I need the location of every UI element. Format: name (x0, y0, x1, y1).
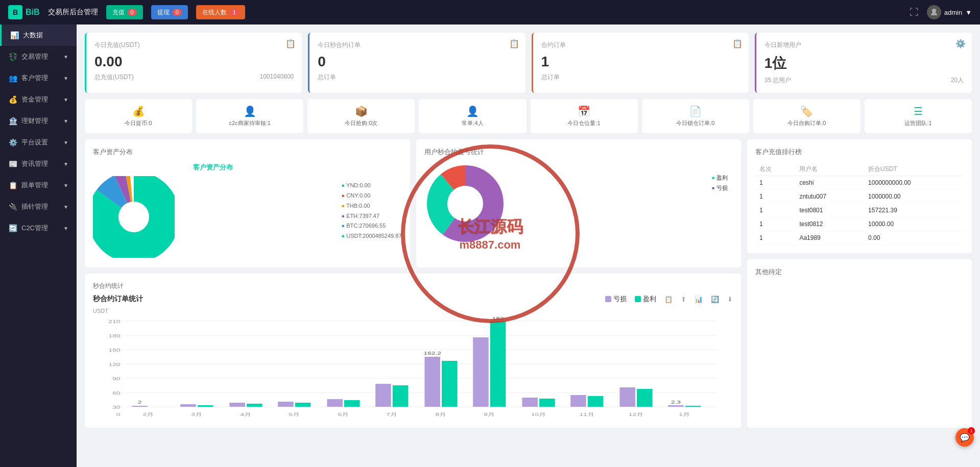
sidebar-item-platform[interactable]: ⚙️ 平台设置 ▼ (0, 132, 77, 153)
sidebar-label-asset: 资金管理 (21, 95, 48, 104)
quick-icon-daily_inventory: 📅 (535, 105, 634, 117)
avatar (927, 5, 941, 19)
trade-icon: 💱 (8, 53, 17, 61)
sidebar-arrow-asset: ▼ (63, 97, 68, 103)
asset-distribution-card: 客户资产分布 客户资产分布 (85, 139, 410, 267)
svg-text:6月: 6月 (338, 411, 349, 416)
stat-card-new_users: 今日新增用户 1位 35 总用户 20人 ⚙️ (755, 33, 972, 93)
svg-rect-44 (522, 398, 538, 407)
quick-label-coin: 今日提币:0 (89, 119, 188, 127)
username: admin (944, 9, 962, 16)
online-button[interactable]: 在线人数 1 (196, 5, 245, 19)
flash-stats-section-title: 秒合约统计 (93, 282, 733, 290)
sidebar-label-dashboard: 大数据 (23, 31, 43, 40)
fullscreen-icon[interactable]: ⛶ (910, 7, 919, 18)
svg-text:8月: 8月 (436, 411, 447, 416)
plugin-icon: 🔌 (8, 203, 17, 211)
chart-icon-bar[interactable]: 📊 (695, 296, 703, 303)
online-badge: 1 (230, 9, 239, 16)
stat-title-recharge: 今日充值(USDT) (94, 41, 294, 50)
svg-text:12月: 12月 (629, 411, 643, 416)
svg-rect-50 (668, 405, 684, 407)
table-row: 1 test0812 10000.00 (755, 217, 964, 231)
content-area: 今日充值(USDT) 0.00 总充值(USDT) 1001040800 📋 今… (77, 24, 980, 467)
quick-stats: 💰 今日提币:0 👤 c2c商家待审核:1 📦 今日抢购:0次 👤 常单:4人 … (85, 99, 972, 133)
topbar-title: 交易所后台管理 (48, 8, 98, 17)
svg-text:2月: 2月 (143, 411, 154, 416)
svg-text:180: 180 (109, 333, 121, 338)
svg-text:120: 120 (109, 361, 121, 366)
sidebar-item-customer[interactable]: 👥 客户管理 ▼ (0, 67, 77, 89)
topbar: B BiB 交易所后台管理 充值 0 提现 0 在线人数 1 ⛶ admin ▼ (0, 0, 980, 24)
stat-icon-flash_orders: 📋 (509, 39, 519, 48)
quick-stat-normal_user: 👤 常单:4人 (419, 99, 526, 133)
svg-rect-32 (278, 402, 294, 407)
user-flash-title: 用户秒合约盈亏统计 (424, 148, 733, 157)
svg-rect-45 (539, 399, 555, 407)
svg-text:11月: 11月 (580, 411, 594, 416)
svg-text:2.3: 2.3 (671, 399, 681, 404)
col-rank: 名次 (755, 163, 795, 176)
svg-rect-41 (473, 337, 489, 407)
sidebar-item-wealth[interactable]: 🏦 理财管理 ▼ (0, 110, 77, 132)
sidebar-item-c2c[interactable]: 🔄 C2C管理 ▼ (0, 217, 77, 239)
chart-icon-download[interactable]: ⬇ (727, 296, 733, 303)
svg-rect-33 (295, 403, 311, 407)
recharge-button[interactable]: 充值 0 (106, 5, 143, 19)
chart-icon-table[interactable]: 📋 (664, 296, 673, 303)
user-menu[interactable]: admin ▼ (927, 5, 972, 19)
chart-header: 秒合约订单统计 亏损 盈利 📋 ⬆ (93, 294, 733, 304)
other-pending-card: 其他待定 (747, 259, 972, 428)
c2c-icon: 🔄 (8, 224, 17, 232)
sidebar-item-news[interactable]: 📰 资讯管理 ▼ (0, 153, 77, 175)
stat-title-flash_orders: 今日秒合约订单 (318, 41, 517, 50)
chart-icon-upload[interactable]: ⬆ (681, 296, 686, 303)
svg-rect-29 (198, 405, 213, 407)
svg-rect-31 (247, 404, 262, 407)
user-flash-legend: ● 盈利 ● 亏损 (711, 173, 728, 193)
svg-rect-35 (344, 400, 360, 407)
stat-sub-flash_orders: 总订单 (318, 73, 517, 82)
sidebar-label-wealth: 理财管理 (21, 116, 48, 126)
sidebar-label-platform: 平台设置 (21, 138, 48, 147)
flash-contract-stats-card: 秒合约统计 秒合约订单统计 亏损 盈利 📋 (85, 274, 741, 428)
sidebar-item-trade[interactable]: 💱 交易管理 ▼ (0, 46, 77, 67)
svg-rect-38 (424, 357, 440, 407)
svg-text:2: 2 (138, 399, 142, 404)
news-icon: 📰 (8, 160, 17, 168)
svg-rect-28 (180, 404, 196, 407)
chart-icon-refresh[interactable]: 🔄 (711, 296, 719, 303)
svg-text:5月: 5月 (289, 411, 300, 416)
pie-legend-item: ● BTC:270696.55 (342, 221, 402, 231)
bar-chart-svg: 210 180 150 120 90 60 30 0 2 (93, 316, 733, 418)
withdraw-button[interactable]: 提现 0 (151, 5, 188, 19)
quick-label-ops_team: 运营团队:1 (869, 119, 968, 127)
sidebar-arrow-trade: ▼ (63, 54, 68, 60)
y-axis-label: USDT (93, 308, 733, 314)
asset-chart-content: 客户资产分布 (93, 163, 402, 259)
stat-sub-new_users: 35 总用户 20人 (764, 76, 964, 85)
amount-cell: 10000.00 (864, 217, 964, 231)
dashboard-icon: 📊 (10, 31, 19, 39)
svg-text:60: 60 (112, 390, 120, 395)
charts-column: 客户资产分布 客户资产分布 (85, 139, 741, 428)
legend-loss: 亏损 (605, 294, 627, 304)
svg-rect-36 (375, 384, 391, 407)
sidebar-arrow-c2c: ▼ (63, 226, 68, 231)
support-button[interactable]: 💬 1 (955, 428, 974, 447)
sidebar-arrow-news: ▼ (63, 161, 68, 167)
sidebar-item-order[interactable]: 📋 跟单管理 ▼ (0, 175, 77, 196)
quick-label-buy_orders: 今日自购订单:0 (757, 119, 856, 127)
svg-rect-47 (588, 396, 604, 407)
sidebar-item-asset[interactable]: 💰 资金管理 ▼ (0, 89, 77, 110)
svg-text:1月: 1月 (679, 411, 690, 416)
quick-stat-lock_orders: 📄 今日锁仓订单:0 (642, 99, 749, 133)
rank-cell: 1 (755, 176, 795, 190)
stat-title-contract_orders: 合约订单 (541, 41, 740, 50)
asset-icon: 💰 (8, 95, 17, 104)
sidebar-label-c2c: C2C管理 (21, 224, 48, 233)
quick-stat-daily_inventory: 📅 今日仓位量:1 (531, 99, 638, 133)
sidebar-label-customer: 客户管理 (21, 73, 48, 83)
sidebar-item-dashboard[interactable]: 📊 大数据 (0, 24, 77, 46)
sidebar-item-plugin[interactable]: 🔌 插针管理 ▼ (0, 196, 77, 217)
